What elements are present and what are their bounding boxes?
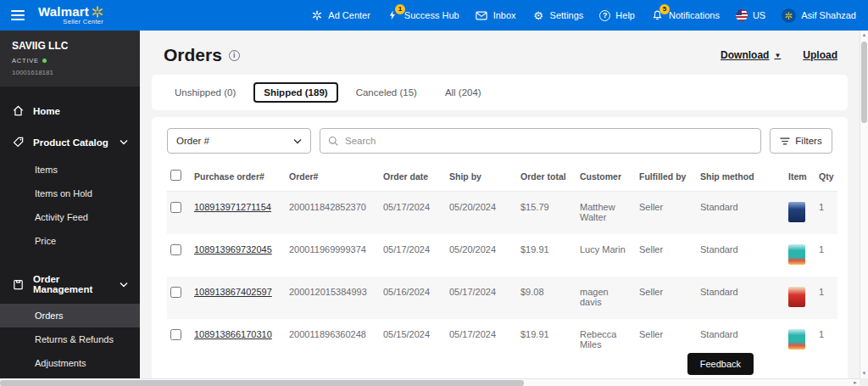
nav-user-account[interactable]: Asif Shahzad	[782, 8, 856, 23]
sidebar-item-orders[interactable]: Orders	[0, 304, 140, 327]
table-row: 108913867402597 200012015384993 05/16/20…	[167, 277, 837, 319]
nav-country-selector[interactable]: US	[736, 9, 765, 21]
company-name: SAVIIG LLC	[12, 40, 128, 52]
scroll-up-arrow-icon[interactable]: ▲	[860, 31, 868, 40]
nav-help[interactable]: ? Help	[599, 10, 635, 21]
sidebar-item-label: Product Catalog	[33, 137, 108, 148]
row-checkbox[interactable]	[170, 287, 181, 298]
question-mark-icon: ?	[599, 10, 610, 21]
nav-inbox[interactable]: Inbox	[476, 9, 516, 22]
tab-unshipped[interactable]: Unshipped (0)	[164, 82, 246, 103]
sidebar-item-price[interactable]: Price	[0, 229, 140, 253]
orders-table-card: Order # Filters Purchase order# Order#	[152, 117, 848, 378]
nav-label: Success Hub	[404, 10, 459, 20]
qty-cell: 1	[815, 192, 837, 235]
nav-ad-center[interactable]: Ad Center	[310, 9, 370, 22]
ship-by-cell: 05/17/2024	[446, 277, 517, 319]
home-icon	[12, 104, 25, 117]
sidebar-item-home[interactable]: Home	[0, 95, 140, 126]
top-nav-items: Ad Center 1 Success Hub Inbox ⚙ Settings…	[310, 8, 856, 23]
horizontal-scroll-thumb[interactable]	[0, 380, 524, 386]
scroll-down-arrow-icon[interactable]: ▼	[860, 369, 868, 378]
sidebar-item-activity-feed[interactable]: Activity Feed	[0, 205, 140, 229]
purchase-order-link[interactable]: 108913867402597	[194, 287, 272, 297]
horizontal-scrollbar[interactable]: ►	[0, 378, 860, 386]
product-thumbnail[interactable]	[788, 202, 805, 222]
purchase-order-link[interactable]: 108913971271154	[194, 202, 271, 212]
table-header-row: Purchase order# Order# Order date Ship b…	[167, 165, 837, 192]
order-total-cell: $9.08	[517, 277, 576, 319]
ship-method-cell: Standard	[697, 192, 785, 235]
vertical-scroll-thumb[interactable]	[861, 42, 867, 123]
caret-down-icon: ▼	[774, 52, 781, 59]
order-date-cell: 05/15/2024	[380, 319, 446, 361]
download-button[interactable]: Download ▼	[721, 49, 781, 61]
filter-icon	[780, 137, 790, 146]
ship-by-cell: 05/17/2024	[446, 319, 517, 361]
product-thumbnail[interactable]	[788, 244, 805, 265]
gear-icon: ⚙	[532, 9, 545, 22]
walmart-spark-icon	[92, 6, 103, 18]
order-total-cell: $19.91	[517, 234, 576, 277]
envelope-icon	[476, 9, 488, 22]
nav-success-hub[interactable]: 1 Success Hub	[387, 9, 459, 22]
company-info-block[interactable]: SAVIIG LLC ACTIVE 10001618181	[0, 31, 140, 87]
info-icon[interactable]: i	[229, 50, 240, 61]
sidebar-item-returns-refunds[interactable]: Returns & Refunds	[0, 327, 140, 351]
qty-cell: 1	[815, 319, 837, 361]
nav-label: Help	[615, 10, 635, 20]
tab-all[interactable]: All (204)	[435, 82, 492, 103]
customer-cell: Lucy Marin	[576, 234, 636, 277]
upload-button[interactable]: Upload	[803, 49, 837, 61]
nav-settings[interactable]: ⚙ Settings	[532, 9, 584, 22]
product-thumbnail[interactable]	[788, 329, 805, 350]
order-number-cell: 200011842852370	[286, 192, 380, 235]
row-checkbox[interactable]	[170, 244, 181, 255]
col-header-order-total: Order total	[517, 165, 576, 192]
chevron-down-icon	[120, 139, 128, 145]
tab-shipped[interactable]: Shipped (189)	[253, 82, 337, 103]
order-date-cell: 05/17/2024	[380, 192, 446, 235]
sidebar-item-adjustments[interactable]: Adjustments	[0, 351, 140, 375]
sidebar-item-items-on-hold[interactable]: Items on Hold	[0, 182, 140, 205]
vertical-scrollbar[interactable]: ▲ ▼	[860, 31, 868, 378]
qty-cell: 1	[815, 234, 837, 277]
sidebar-item-product-catalog[interactable]: Product Catalog	[0, 126, 140, 158]
col-header-customer: Customer	[576, 165, 636, 192]
row-checkbox[interactable]	[170, 329, 181, 340]
nav-label: Notifications	[669, 10, 720, 20]
purchase-order-link[interactable]: 108913866170310	[194, 329, 272, 339]
nav-label: Inbox	[493, 10, 516, 20]
hamburger-menu-icon[interactable]	[11, 10, 25, 20]
sidebar-navigation: Home Product Catalog Items Items on Hold…	[0, 87, 140, 375]
scroll-right-arrow-icon[interactable]: ►	[853, 379, 858, 386]
row-checkbox[interactable]	[170, 202, 181, 213]
active-status-dot	[42, 59, 47, 63]
company-status: ACTIVE	[12, 57, 39, 64]
sidebar-item-order-management[interactable]: Order Management	[0, 265, 140, 304]
filters-button[interactable]: Filters	[770, 128, 832, 154]
chevron-down-icon	[293, 138, 302, 144]
orders-table: Purchase order# Order# Order date Ship b…	[167, 165, 837, 361]
seller-id: 10001618181	[12, 69, 128, 76]
sidebar-item-items[interactable]: Items	[0, 158, 140, 182]
search-icon	[328, 136, 339, 147]
left-sidebar: SAVIIG LLC ACTIVE 10001618181 Home Produ…	[0, 31, 140, 378]
product-thumbnail[interactable]	[788, 287, 805, 307]
purchase-order-link[interactable]: 108913969732045	[194, 244, 272, 255]
feedback-button[interactable]: Feedback	[687, 353, 754, 375]
select-all-checkbox[interactable]	[170, 170, 181, 181]
table-row: 108913969732045 200011969999374 05/17/20…	[167, 234, 837, 277]
nav-label: Settings	[550, 10, 584, 20]
walmart-logo[interactable]: Walmart Seller Center	[38, 5, 103, 25]
search-type-dropdown[interactable]: Order #	[167, 128, 311, 154]
col-header-order-date: Order date	[380, 165, 446, 192]
search-input[interactable]	[345, 136, 753, 146]
tag-icon	[12, 136, 25, 148]
nav-notifications[interactable]: 5 Notifications	[651, 9, 720, 22]
success-hub-badge: 1	[395, 4, 405, 14]
bell-icon: 5	[651, 9, 664, 22]
order-total-cell: $19.91	[517, 319, 576, 361]
sidebar-item-label: Home	[33, 106, 60, 116]
tab-canceled[interactable]: Canceled (15)	[346, 82, 427, 103]
